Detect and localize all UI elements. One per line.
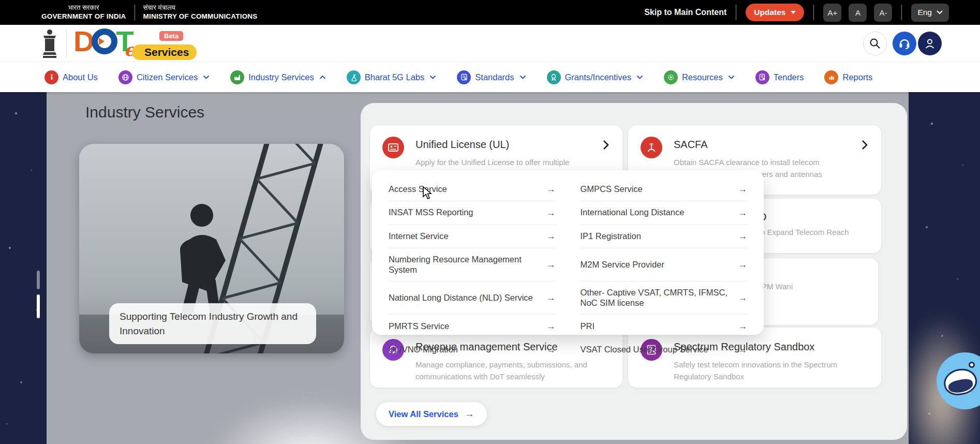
carousel-indicator[interactable] xyxy=(37,271,40,289)
updates-button[interactable]: Updates xyxy=(746,4,804,21)
lab-flask-icon xyxy=(347,70,361,84)
nav-item-about-us[interactable]: About Us xyxy=(44,70,98,84)
chevron-right-icon[interactable] xyxy=(603,140,609,152)
id-card-icon xyxy=(382,137,404,158)
robot-face-icon xyxy=(942,366,979,398)
dropdown-item-m2m-service-provider[interactable]: M2M Service Provider xyxy=(580,248,749,282)
gear-icon xyxy=(664,70,678,84)
nav-item-industry-services[interactable]: Industry Services xyxy=(230,70,326,84)
main-content: Industry Services xyxy=(0,92,980,444)
headset-icon xyxy=(898,37,911,50)
chevron-down-icon xyxy=(519,75,526,80)
stars-background xyxy=(0,92,1,93)
nav-item-bharat-5g-labs[interactable]: Bharat 5G Labs xyxy=(347,70,437,84)
dropdown-item-international-long-distance[interactable]: International Long Distance xyxy=(580,201,749,225)
card-title: Unified License (UL) xyxy=(415,139,509,151)
factory-icon xyxy=(230,70,244,84)
gov-hindi-text: भारत सरकार xyxy=(41,4,126,12)
nav-item-standards[interactable]: Standards xyxy=(457,70,526,84)
dropdown-item-nld-service[interactable]: National Long Distance (NLD) Service xyxy=(388,282,557,315)
antenna-tower-icon xyxy=(641,137,662,158)
beta-badge: Beta xyxy=(159,31,183,41)
gov-english-text: GOVERNMENT OF INDIA xyxy=(41,12,126,21)
site-header: D T e Services Beta xyxy=(0,25,980,62)
chevron-down-icon xyxy=(937,10,943,14)
globe-hands-icon xyxy=(118,70,132,84)
dropdown-item-ulvno-migration[interactable]: UL/VNO Migration xyxy=(388,338,557,362)
page-title: Industry Services xyxy=(85,103,204,121)
nav-item-reports[interactable]: Reports xyxy=(824,70,872,84)
chevron-down-icon xyxy=(791,11,796,14)
ministry-logo: संचार मंत्रालय MINISTRY OF COMMUNICATION… xyxy=(143,4,258,21)
font-decrease-button[interactable]: A- xyxy=(874,4,892,22)
dropdown-item-internet-service[interactable]: Internet Service xyxy=(388,225,557,248)
industry-photo-card: Supporting Telecom Industry Growth and I… xyxy=(79,144,344,353)
dropdown-item-other-captive-vsat[interactable]: Other- Captive VSAT, CMRTS, IFMSC, NoC S… xyxy=(580,282,749,315)
language-selector[interactable]: Eng xyxy=(911,4,949,22)
photo-caption: Supporting Telecom Industry Growth and I… xyxy=(109,303,316,344)
logo-o-ring xyxy=(92,28,117,54)
view-all-services-button[interactable]: View All Services xyxy=(376,402,487,426)
carousel-indicators[interactable] xyxy=(37,271,40,318)
dropdown-item-insat-mss-reporting[interactable]: INSAT MSS Reporting xyxy=(388,201,557,225)
card-description-fragment: PM Wani xyxy=(762,282,793,291)
robot-antenna-icon xyxy=(969,362,975,368)
search-button[interactable] xyxy=(863,32,887,55)
card-title: SACFA xyxy=(674,139,708,151)
carousel-indicator-active[interactable] xyxy=(37,294,40,318)
main-navigation: About Us Citizen Services Industry Servi… xyxy=(0,62,980,92)
card-description: Manage compliance, payments, submissions… xyxy=(415,359,618,383)
bar-chart-icon xyxy=(824,70,838,84)
nav-item-tenders[interactable]: Tenders xyxy=(755,70,804,84)
nav-item-resources[interactable]: Resources xyxy=(664,70,735,84)
dropdown-item-pri[interactable]: PRI xyxy=(580,315,749,338)
logo-letter-d: D xyxy=(73,26,93,57)
card-description: Safely test telecom innovations in the S… xyxy=(674,359,877,383)
gov-of-india-logo: भारत सरकार GOVERNMENT OF INDIA xyxy=(41,4,126,21)
medal-icon xyxy=(547,70,561,84)
government-topbar: भारत सरकार GOVERNMENT OF INDIA संचार मंत… xyxy=(0,0,980,25)
document-badge-icon xyxy=(457,70,471,84)
nav-item-citizen-services[interactable]: Citizen Services xyxy=(118,70,210,84)
ministry-english-text: MINISTRY OF COMMUNICATIONS xyxy=(143,12,258,21)
support-button[interactable] xyxy=(893,32,916,55)
chevron-down-icon xyxy=(203,75,210,80)
nav-item-grants-incentives[interactable]: Grants/Incentives xyxy=(547,70,643,84)
chevron-up-icon xyxy=(319,75,326,80)
dropdown-item-ip1-registration[interactable]: IP1 Registration xyxy=(580,225,749,248)
chevron-right-icon[interactable] xyxy=(862,140,868,152)
logo-divider xyxy=(66,29,67,58)
topbar-divider xyxy=(135,5,135,20)
user-icon xyxy=(924,37,936,50)
font-reset-button[interactable]: A xyxy=(849,4,867,22)
user-account-button[interactable] xyxy=(918,32,942,55)
logo-services-pill: Services xyxy=(132,45,197,60)
chevron-down-icon xyxy=(728,75,735,80)
mouse-cursor xyxy=(421,186,433,200)
dropdown-item-vsat-closed-user-group[interactable]: VSAT Closed User Group Service xyxy=(580,338,749,362)
dropdown-item-numbering-resource[interactable]: Numbering Resource Management System xyxy=(388,248,557,282)
topbar-divider xyxy=(901,5,902,20)
card-description-fragment: o Expand Telecom Reach xyxy=(761,228,849,236)
dropdown-item-access-service[interactable]: Access Service xyxy=(388,177,557,201)
chevron-down-icon xyxy=(429,75,436,80)
chevron-down-icon xyxy=(636,75,643,80)
skip-to-main-content-link[interactable]: Skip to Main Content xyxy=(644,8,726,17)
topbar-divider xyxy=(813,5,814,20)
dropdown-item-gmpcs-service[interactable]: GMPCS Service xyxy=(580,177,749,201)
ministry-hindi-text: संचार मंत्रालय xyxy=(143,4,258,12)
search-icon xyxy=(869,38,881,49)
font-increase-button[interactable]: A+ xyxy=(823,4,841,22)
topbar-divider xyxy=(736,5,736,20)
tender-document-icon xyxy=(755,70,769,84)
info-icon xyxy=(44,70,58,84)
dropdown-item-pmrts-service[interactable]: PMRTS Service xyxy=(388,315,557,338)
india-emblem xyxy=(40,28,59,58)
